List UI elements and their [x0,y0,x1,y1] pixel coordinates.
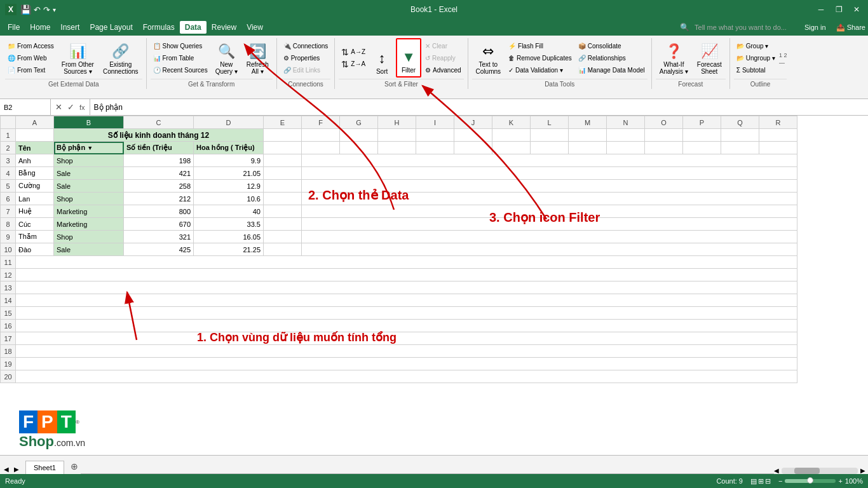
cell-C6[interactable]: 212 [124,193,194,205]
row-header-1[interactable]: 1 [1,129,16,142]
layout-view-btn[interactable]: ⊞ [758,477,764,485]
cell-A4[interactable]: Bằng [16,167,54,180]
cell-D4[interactable]: 21.05 [194,167,264,180]
share-btn[interactable]: 📤 Share [836,24,865,32]
cell-D6[interactable]: 10.6 [194,193,264,205]
cell-B6[interactable]: Shop [54,193,124,205]
menu-item-pagelayout[interactable]: Page Layout [85,21,137,34]
edit-links-btn[interactable]: 🔗 Edit Links [281,64,331,76]
col-header-E[interactable]: E [264,116,302,129]
cell-A2[interactable]: Tên [16,142,54,154]
cell-C4[interactable]: 421 [124,167,194,180]
cell-H1[interactable] [378,129,416,142]
tab-scroll-left[interactable]: ◀ [3,464,10,474]
cell-E10[interactable] [264,243,302,256]
row-header-10[interactable]: 10 [1,243,16,256]
cell-K2[interactable] [492,142,531,154]
forecast-sheet-btn[interactable]: 📈 ForecastSheet [693,38,726,78]
data-valid-btn[interactable]: ✓ Data Validation ▾ [506,64,574,76]
cell-M1[interactable] [569,129,607,142]
confirm-formula-btn[interactable]: ✓ [65,101,76,113]
col-header-L[interactable]: L [531,116,569,129]
cell-B8[interactable]: Marketing [54,218,124,231]
row-header-12[interactable]: 12 [1,269,16,281]
from-other-sources-btn[interactable]: 📊 From OtherSources ▾ [58,38,98,78]
advanced-btn[interactable]: ⚙ Advanced [423,64,463,76]
sort-za-btn[interactable]: ⇅ Z→A [339,58,368,70]
cell-C5[interactable]: 258 [124,180,194,193]
zoom-in-btn[interactable]: + [838,477,842,485]
group-btn[interactable]: 📂 Group ▾ [734,40,778,51]
col-header-K[interactable]: K [492,116,531,129]
row-header-20[interactable]: 20 [1,370,16,383]
cell-E3[interactable] [264,154,302,167]
cell-M2[interactable] [569,142,607,154]
cell-O2[interactable] [645,142,683,154]
row-header-5[interactable]: 5 [1,180,16,193]
cell-E5[interactable] [264,180,302,193]
cell-D5[interactable]: 12.9 [194,180,264,193]
subtotal-btn[interactable]: Σ Subtotal [734,64,778,76]
cell-A8[interactable]: Cúc [16,218,54,231]
minimize-btn[interactable]: ─ [815,3,827,16]
cancel-formula-btn[interactable]: ✕ [53,101,64,113]
from-access-btn[interactable]: 📁 From Access [5,40,57,51]
tab-scroll-right[interactable]: ▶ [13,464,20,474]
col-header-B[interactable]: B [54,116,124,129]
row-header-2[interactable]: 2 [1,142,16,154]
col-header-G[interactable]: G [340,116,378,129]
cell-E1[interactable] [264,129,302,142]
cell-E2[interactable] [264,142,302,154]
what-if-btn[interactable]: ❓ What-IfAnalysis ▾ [656,38,692,78]
menu-item-view[interactable]: View [241,21,268,34]
cell-B9[interactable]: Shop [54,231,124,243]
cell-C3[interactable]: 198 [124,154,194,167]
cell-G1[interactable] [340,129,378,142]
cell-H2[interactable] [378,142,416,154]
restore-btn[interactable]: ❐ [832,3,845,16]
col-header-M[interactable]: M [569,116,607,129]
cell-B1[interactable]: Số liệu kinh doanh tháng 12 [54,129,264,142]
redo-icon[interactable]: ↷ [43,5,50,15]
cell-L1[interactable] [531,129,569,142]
from-web-btn[interactable]: 🌐 From Web [5,52,57,64]
cell-A9[interactable]: Thắm [16,231,54,243]
search-bar[interactable]: Tell me what you want to do... [695,24,787,31]
cell-C7[interactable]: 800 [124,205,194,218]
hscroll-left[interactable]: ◀ [774,467,779,474]
add-sheet-btn[interactable]: ⊕ [68,460,81,473]
row-header-4[interactable]: 4 [1,167,16,180]
cell-E6[interactable] [264,193,302,205]
cell-D9[interactable]: 16.05 [194,231,264,243]
cell-A3[interactable]: Anh [16,154,54,167]
menu-item-data[interactable]: Data [180,21,207,34]
cell-P1[interactable] [683,129,721,142]
cell-C10[interactable]: 425 [124,243,194,256]
cell-A10[interactable]: Đào [16,243,54,256]
reapply-btn[interactable]: ↺ Reapply [423,52,463,64]
insert-function-btn[interactable]: fx [78,102,87,112]
menu-item-insert[interactable]: Insert [55,21,85,34]
cell-D10[interactable]: 21.25 [194,243,264,256]
cell-B4[interactable]: Sale [54,167,124,180]
clear-btn[interactable]: ✕ Clear [423,40,463,51]
zoom-out-btn[interactable]: − [778,477,782,485]
row-header-11[interactable]: 11 [1,256,16,269]
cell-C2[interactable]: Số tiền (Triệu [124,142,194,154]
connections-btn[interactable]: 🔌 Connections [281,40,331,51]
cell-E4[interactable] [264,167,302,180]
cell-Q1[interactable] [721,129,759,142]
close-btn[interactable]: ✕ [850,3,863,16]
col-header-H[interactable]: H [378,116,416,129]
row-header-7[interactable]: 7 [1,205,16,218]
cell-O1[interactable] [645,129,683,142]
menu-item-review[interactable]: Review [207,21,241,34]
from-text-btn[interactable]: 📄 From Text [5,64,57,76]
row-header-15[interactable]: 15 [1,307,16,320]
cell-I1[interactable] [416,129,454,142]
cell-A7[interactable]: Huệ [16,205,54,218]
cell-J1[interactable] [454,129,492,142]
cell-B5[interactable]: Sale [54,180,124,193]
cell-K1[interactable] [492,129,531,142]
col-header-O[interactable]: O [645,116,683,129]
